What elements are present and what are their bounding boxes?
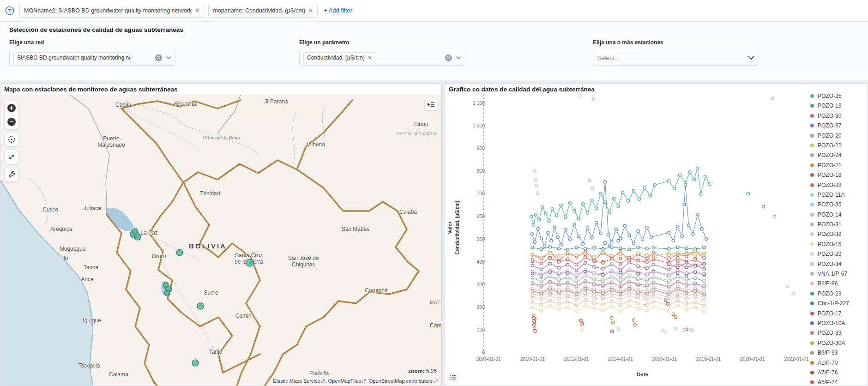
parameter-control: Elige un parámetro Conductividad, (µS/cm…	[299, 39, 465, 66]
legend-item[interactable]: POZO-37	[810, 122, 867, 129]
legend-series-label: VNA-1/P-67	[818, 271, 847, 277]
legend-toggle-button[interactable]	[448, 373, 458, 382]
x-tick-label: 2012-01-01	[564, 356, 589, 362]
legend-item[interactable]: POZO-33	[810, 330, 867, 336]
legend-item[interactable]: POZO-30A	[810, 340, 867, 346]
map-tools-button[interactable]	[5, 168, 18, 181]
attribution-link[interactable]: OpenStreetMap contributors	[369, 378, 433, 384]
data-point	[603, 201, 606, 204]
legend-item[interactable]: POZO-10A	[810, 320, 867, 326]
legend-item[interactable]: POZO-11A	[810, 192, 867, 198]
add-filter-button[interactable]: + Add filter	[324, 7, 352, 14]
data-point	[652, 305, 655, 308]
legend-item[interactable]: POZO-34	[810, 261, 867, 267]
data-point	[623, 224, 626, 227]
filter-pill[interactable]: mopaname: Conductividad, (µS/cm)✕	[208, 4, 318, 18]
legend-item[interactable]: POZO-18	[810, 172, 867, 178]
timeseries-chart[interactable]: 01002003004005006007008009001 0001 10020…	[445, 84, 868, 386]
legend-item[interactable]: POZO-15	[810, 241, 867, 247]
station-marker[interactable]	[133, 229, 138, 234]
data-point	[593, 260, 596, 263]
filter-icon[interactable]	[5, 6, 15, 16]
data-point	[584, 252, 587, 255]
legend-item[interactable]: A1/P-70	[810, 360, 867, 366]
legend-color-dot	[810, 163, 814, 167]
network-combobox[interactable]: SIASBO BD groundwater quality monitoring…	[9, 50, 175, 66]
remove-parameter-icon[interactable]: ✕	[368, 55, 372, 61]
chevron-down-icon[interactable]	[166, 55, 171, 60]
station-marker-layer[interactable]	[0, 95, 441, 386]
legend-item[interactable]: POZO-28	[810, 182, 867, 188]
remove-filter-icon[interactable]: ✕	[195, 7, 199, 14]
filter-pill[interactable]: MONname2: SIASBO BD groundwater quality …	[19, 4, 204, 18]
chevron-down-icon[interactable]	[456, 55, 461, 60]
map-canvas[interactable]: CobijaRiberaltaJi-ParanáSinopMATO GROSSO…	[0, 95, 441, 386]
data-point	[540, 298, 542, 301]
data-point	[549, 275, 551, 277]
chart-legend: POZO-25POZO-13POZO-30POZO-37POZO-20POZO-…	[810, 93, 867, 385]
filter-pill-list: MONname2: SIASBO BD groundwater quality …	[19, 4, 322, 18]
data-point	[621, 191, 624, 194]
data-point	[619, 257, 622, 260]
legend-item[interactable]: POZO-30	[810, 113, 867, 119]
legend-item[interactable]: POZO-24	[810, 152, 867, 158]
legend-item[interactable]: B2/P-86	[810, 280, 867, 287]
legend-item[interactable]: POZO-23	[810, 290, 867, 297]
data-point	[531, 276, 534, 279]
legend-item[interactable]: POZO-20	[810, 133, 867, 139]
data-point	[645, 284, 648, 287]
data-point	[560, 243, 562, 246]
zoom-in-button[interactable]	[5, 101, 18, 115]
parameter-selected-pill[interactable]: Conductividad, (µS/cm)✕	[303, 52, 375, 63]
legend-item[interactable]: POZO-29	[810, 251, 867, 257]
legend-item[interactable]: POZO-13	[810, 103, 867, 109]
parameter-combobox[interactable]: Conductividad, (µS/cm)✕ ✕	[299, 50, 465, 66]
legend-item[interactable]: POZO-21	[810, 162, 867, 169]
stations-select[interactable]: Select...	[593, 50, 759, 66]
data-point	[676, 251, 679, 253]
data-point	[531, 264, 534, 267]
legend-series-label: POZO-30	[818, 113, 841, 119]
legend-item[interactable]: POZO-25	[810, 93, 867, 99]
attribution-link[interactable]: Elastic Maps Service	[273, 378, 320, 384]
data-point	[645, 296, 648, 298]
data-point	[666, 302, 669, 305]
data-point	[619, 262, 622, 265]
chevron-down-icon[interactable]	[747, 54, 755, 61]
legend-item[interactable]: A7/P-76	[810, 369, 867, 376]
legend-item[interactable]: Cbn-1/P-227	[810, 300, 867, 307]
data-point	[584, 287, 587, 290]
legend-color-dot	[810, 223, 814, 226]
legend-item[interactable]: VNA-1/P-67	[810, 271, 867, 277]
station-marker[interactable]	[134, 234, 141, 240]
station-marker[interactable]	[164, 290, 170, 296]
set-view-button[interactable]	[5, 133, 18, 146]
legend-item[interactable]: A5/P-74	[810, 379, 867, 385]
attribution-link[interactable]: OpenMapTiles	[328, 378, 361, 384]
station-marker[interactable]	[197, 303, 204, 309]
station-marker[interactable]	[192, 360, 199, 366]
legend-item[interactable]: POZO-14	[810, 211, 867, 218]
data-point	[551, 208, 554, 211]
data-point	[619, 292, 622, 295]
clear-network-icon[interactable]: ✕	[155, 54, 162, 61]
data-point	[637, 259, 639, 262]
data-point	[593, 307, 596, 310]
legend-item[interactable]: POZO-32	[810, 231, 867, 237]
legend-item[interactable]: POZO-22	[810, 142, 867, 149]
data-point	[575, 293, 578, 296]
fit-to-data-button[interactable]	[5, 150, 18, 164]
station-marker[interactable]	[246, 259, 253, 266]
legend-item[interactable]: POZO-31	[810, 221, 867, 228]
legend-item[interactable]: B9/P-93	[810, 350, 867, 356]
data-point	[602, 292, 604, 295]
remove-filter-icon[interactable]: ✕	[308, 7, 313, 14]
legend-item[interactable]: POZO-17	[810, 310, 867, 317]
legend-item[interactable]: POZO-35	[810, 201, 867, 208]
clear-parameter-icon[interactable]: ✕	[445, 54, 452, 61]
zoom-out-button[interactable]	[5, 115, 18, 129]
station-marker[interactable]	[176, 249, 183, 256]
network-selected-pill[interactable]: SIASBO BD groundwater quality monitoring…	[13, 52, 131, 63]
collapse-legend-button[interactable]	[425, 98, 438, 110]
legend-series-label: POZO-15	[818, 241, 841, 247]
